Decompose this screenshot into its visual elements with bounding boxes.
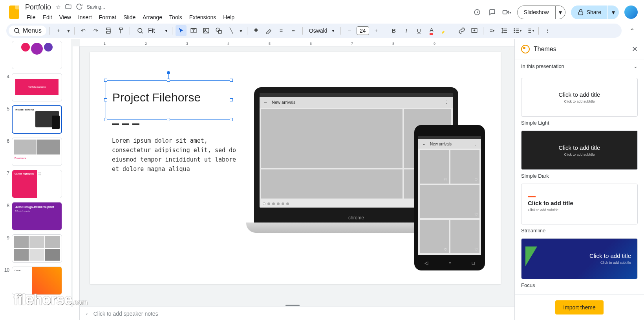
new-slide-button[interactable]: + bbox=[53, 25, 64, 36]
theme-card[interactable]: Click to add titleClick to add subtitle bbox=[521, 131, 638, 169]
title-textbox-selected[interactable]: Project Filehorse bbox=[106, 80, 231, 120]
fill-color-button[interactable] bbox=[251, 25, 262, 36]
speaker-notes[interactable]: ▦ ‹ Click to add speaker notes bbox=[71, 307, 514, 320]
svg-rect-2 bbox=[578, 12, 583, 15]
toolbar: Menus + ▾ ↶ ↷ Fit ▾ ╲ ▾ ≡ ┅ Oswald▾ bbox=[0, 22, 644, 39]
slide-title-text[interactable]: Project Filehorse bbox=[106, 81, 231, 114]
text-color-button[interactable]: A bbox=[426, 25, 437, 36]
slideshow-button[interactable]: Slideshow bbox=[517, 6, 556, 19]
themes-title: Themes bbox=[534, 46, 556, 53]
svg-point-15 bbox=[514, 32, 515, 33]
themes-panel: Themes ✕ In this presentation⌄ Click to … bbox=[514, 39, 644, 320]
slide-canvas[interactable]: Project Filehorse Lorem ipsum dolor sit … bbox=[90, 52, 501, 284]
image-tool[interactable] bbox=[201, 25, 212, 36]
menu-edit[interactable]: Edit bbox=[40, 13, 55, 22]
zoom-value[interactable]: Fit bbox=[148, 27, 155, 34]
svg-point-10 bbox=[216, 28, 220, 31]
decrease-font-button[interactable]: − bbox=[344, 25, 355, 36]
line-tool[interactable]: ╲ bbox=[226, 25, 237, 36]
slide-thumbnail[interactable]: Portfolio samples bbox=[12, 73, 62, 101]
align-button[interactable]: ≡▾ bbox=[487, 25, 498, 36]
slide-thumbnail[interactable]: Acme Design Award recipientPellen tesh c… bbox=[12, 202, 62, 230]
redo-button[interactable]: ↷ bbox=[90, 25, 101, 36]
star-icon[interactable]: ☆ bbox=[56, 4, 61, 10]
history-icon[interactable] bbox=[472, 7, 482, 17]
theme-card[interactable]: Click to add titleClick to add subtitle bbox=[521, 184, 638, 224]
undo-button[interactable]: ↶ bbox=[78, 25, 89, 36]
theme-card[interactable]: Click to add titleClick to add subtitle bbox=[521, 78, 638, 117]
move-icon[interactable] bbox=[65, 3, 72, 11]
border-weight-button[interactable]: ≡ bbox=[276, 25, 287, 36]
bold-button[interactable]: B bbox=[388, 25, 399, 36]
menu-format[interactable]: Format bbox=[96, 13, 119, 22]
zoom-icon[interactable] bbox=[135, 25, 146, 36]
border-dash-button[interactable]: ┅ bbox=[288, 25, 299, 36]
slide-thumbnail[interactable]: Career highlightstexttext bbox=[12, 170, 62, 198]
menu-extensions[interactable]: Extensions bbox=[186, 13, 219, 22]
share-dropdown[interactable]: ▾ bbox=[608, 6, 619, 19]
zoom-dropdown[interactable]: ▾ bbox=[165, 29, 167, 33]
menu-slide[interactable]: Slide bbox=[120, 13, 139, 22]
paint-format-button[interactable] bbox=[115, 25, 126, 36]
phone-mockup: ←New arrivals⋮ ♡♡ ♡ ♡♡ ◁○□ bbox=[414, 125, 485, 270]
notes-placeholder[interactable]: Click to add speaker notes bbox=[93, 311, 158, 317]
menu-file[interactable]: File bbox=[24, 13, 39, 22]
italic-button[interactable]: I bbox=[401, 25, 412, 36]
shape-tool[interactable] bbox=[213, 25, 224, 36]
menu-tools[interactable]: Tools bbox=[166, 13, 185, 22]
slide-body-text[interactable]: Lorem ipsum dolor sit amet, consectetur … bbox=[112, 136, 238, 174]
theme-card[interactable]: Click to add titleClick to add subtitle bbox=[521, 238, 638, 279]
slide-number: 7 bbox=[3, 170, 9, 176]
prev-slide-icon[interactable]: ‹ bbox=[86, 311, 88, 317]
share-button[interactable]: Share bbox=[571, 6, 607, 19]
highlight-button[interactable] bbox=[439, 25, 450, 36]
close-icon[interactable]: ✕ bbox=[632, 45, 638, 53]
meet-icon[interactable]: ▾ bbox=[502, 7, 512, 17]
slide-thumbnail[interactable] bbox=[12, 234, 62, 263]
new-slide-dropdown[interactable]: ▾ bbox=[66, 25, 71, 36]
import-theme-button[interactable]: Import theme bbox=[555, 300, 603, 314]
document-title[interactable]: Portfolio bbox=[24, 3, 53, 12]
border-color-button[interactable] bbox=[263, 25, 274, 36]
slide-thumbnail[interactable]: Project name bbox=[12, 138, 62, 166]
comments-icon[interactable] bbox=[487, 7, 497, 17]
search-label: Menus bbox=[23, 27, 42, 34]
menu-search[interactable]: Menus bbox=[9, 26, 46, 36]
account-avatar[interactable] bbox=[624, 6, 638, 19]
textbox-tool[interactable] bbox=[188, 25, 199, 36]
insert-link-button[interactable] bbox=[456, 25, 467, 36]
menu-insert[interactable]: Insert bbox=[75, 13, 95, 22]
slide-number: 8 bbox=[3, 202, 9, 208]
menu-view[interactable]: View bbox=[56, 13, 74, 22]
cloud-status-icon[interactable] bbox=[76, 3, 83, 11]
menu-arrange[interactable]: Arrange bbox=[139, 13, 165, 22]
numbered-list-button[interactable]: ▾ bbox=[524, 25, 535, 36]
slide-number: 10 bbox=[3, 267, 9, 273]
svg-point-13 bbox=[514, 29, 515, 29]
themes-section-toggle[interactable]: In this presentation⌄ bbox=[515, 59, 644, 73]
bullet-list-button[interactable]: ▾ bbox=[512, 25, 523, 36]
menu-help[interactable]: Help bbox=[220, 13, 238, 22]
collapse-toolbar-button[interactable]: ⌃ bbox=[626, 25, 638, 37]
slide-thumbnail[interactable] bbox=[12, 41, 62, 69]
print-button[interactable] bbox=[103, 25, 114, 36]
slide-thumbnail[interactable]: Contact bbox=[12, 267, 62, 295]
horizontal-ruler: 123456789 bbox=[80, 39, 514, 46]
select-tool[interactable] bbox=[176, 25, 187, 36]
svg-rect-11 bbox=[218, 30, 221, 33]
slide-thumbnail[interactable]: Project Filehorse bbox=[12, 105, 62, 134]
theme-label: Focus bbox=[521, 282, 638, 288]
save-status: Saving... bbox=[87, 4, 105, 10]
font-selector[interactable]: Oswald▾ bbox=[306, 28, 337, 34]
font-size-input[interactable] bbox=[357, 26, 369, 35]
app-logo[interactable] bbox=[6, 4, 22, 20]
more-options-button[interactable]: ⋮ bbox=[542, 25, 553, 36]
theme-label: Streamline bbox=[521, 228, 638, 234]
canvas-area: 123456789 ⫹⫺ Project Filehorse Lorem ips… bbox=[71, 39, 514, 320]
underline-button[interactable]: U bbox=[413, 25, 424, 36]
insert-comment-button[interactable] bbox=[469, 25, 480, 36]
slideshow-dropdown[interactable]: ▾ bbox=[556, 6, 565, 19]
line-spacing-button[interactable] bbox=[499, 25, 510, 36]
increase-font-button[interactable]: + bbox=[371, 25, 382, 36]
line-dropdown[interactable]: ▾ bbox=[238, 25, 244, 36]
